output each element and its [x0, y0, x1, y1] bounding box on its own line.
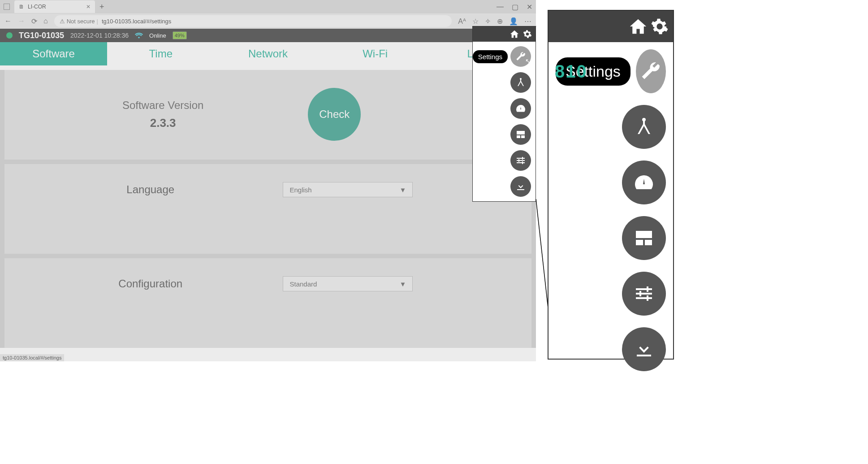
browser-tab[interactable]: 🗎 LI-COR ✕ — [14, 0, 95, 13]
home-browser-icon[interactable]: ⌂ — [43, 17, 48, 25]
settings-tabs: Software Time Network Wi-Fi LI-810 — [0, 42, 536, 65]
profile-icon[interactable]: 👤 — [509, 17, 518, 26]
minimize-icon[interactable]: — — [497, 3, 504, 11]
forward-icon[interactable]: → — [18, 17, 25, 25]
online-status: Online — [149, 32, 166, 39]
download-icon[interactable] — [622, 327, 666, 371]
configuration-value: Standard — [289, 280, 317, 288]
wrench-icon[interactable]: ↖ — [510, 46, 531, 67]
maximize-icon[interactable]: ▢ — [512, 3, 518, 11]
browser-chrome: 🗎 LI-COR ✕ + — ▢ ✕ ← → ⟳ ⌂ ⚠ Not secure … — [0, 0, 536, 29]
layout-icon[interactable] — [622, 216, 666, 260]
gauge-icon[interactable] — [622, 160, 666, 204]
layout-icon[interactable] — [510, 124, 531, 145]
tab-software[interactable]: Software — [0, 42, 107, 65]
language-value: English — [289, 186, 311, 194]
favorite-icon[interactable]: ☆ — [472, 17, 479, 26]
configuration-card: Configuration Standard ▼ — [4, 258, 531, 348]
software-version-value: 2.3.3 — [18, 116, 308, 130]
home-icon[interactable] — [628, 17, 648, 35]
device-id: TG10-01035 — [19, 31, 64, 40]
gear-icon[interactable] — [651, 17, 669, 35]
compass-icon[interactable] — [510, 72, 531, 93]
settings-content: Software Version 2.3.3 Check Language En… — [0, 70, 536, 348]
tab-wifi[interactable]: Wi-Fi — [322, 42, 429, 65]
warning-icon: ⚠ — [60, 18, 65, 25]
language-label: Language — [18, 183, 283, 196]
extensions-icon[interactable]: ⊕ — [497, 17, 503, 26]
page-icon: 🗎 — [19, 4, 24, 10]
status-dot-icon — [6, 32, 13, 39]
language-select[interactable]: English ▼ — [283, 182, 413, 197]
software-card: Software Version 2.3.3 Check — [4, 70, 531, 160]
chevron-down-icon: ▼ — [400, 280, 406, 288]
browser-tab-bar: 🗎 LI-COR ✕ + — ▢ ✕ — [0, 0, 536, 13]
security-badge: ⚠ Not secure | — [60, 18, 98, 25]
tab-multi-icon[interactable] — [4, 4, 10, 10]
battery-badge: 49% — [173, 31, 187, 39]
browser-addr-bar: ← → ⟳ ⌂ ⚠ Not secure | tg10-01035.local/… — [0, 13, 536, 29]
back-icon[interactable]: ← — [4, 17, 12, 25]
software-version-label: Software Version — [18, 99, 308, 112]
chevron-down-icon: ▼ — [400, 186, 406, 194]
sliders-icon[interactable] — [622, 272, 666, 316]
app-header: TG10-01035 2022-12-01 10:28:36 Online 49… — [0, 29, 536, 42]
browser-status-bar: tg10-01035.local/#/settings — [0, 354, 64, 361]
download-icon[interactable] — [510, 176, 531, 197]
tab-title: LI-COR — [28, 4, 46, 10]
sliders-icon[interactable] — [510, 150, 531, 171]
language-card: Language English ▼ — [4, 164, 531, 254]
compass-icon[interactable] — [622, 105, 666, 149]
configuration-select[interactable]: Standard ▼ — [283, 276, 413, 291]
zoom-callout: 810 Settings — [548, 10, 674, 360]
tab-time[interactable]: Time — [107, 42, 214, 65]
settings-popup: Settings ↖ — [472, 26, 536, 202]
tab-network[interactable]: Network — [214, 42, 321, 65]
gauge-icon[interactable] — [510, 98, 531, 119]
refresh-icon[interactable]: ⟳ — [31, 17, 37, 26]
timestamp: 2022-12-01 10:28:36 — [70, 32, 129, 39]
menu-icon[interactable]: ⋯ — [524, 17, 531, 26]
url-text: tg10-01035.local/#/settings — [102, 18, 171, 25]
new-tab-button[interactable]: + — [99, 2, 104, 12]
wrench-icon[interactable] — [636, 49, 666, 93]
check-button[interactable]: Check — [308, 88, 361, 141]
configuration-label: Configuration — [18, 278, 283, 290]
close-window-icon[interactable]: ✕ — [527, 3, 532, 11]
settings-tooltip: Settings — [473, 50, 508, 63]
zoom-partial-tab: 810 — [555, 61, 587, 82]
not-secure-label: Not secure — [67, 18, 95, 25]
close-icon[interactable]: ✕ — [86, 4, 91, 10]
home-icon[interactable] — [510, 30, 519, 39]
text-size-icon[interactable]: Aᴬ — [458, 17, 466, 26]
wifi-icon — [135, 32, 143, 39]
address-field[interactable]: ⚠ Not secure | tg10-01035.local/#/settin… — [54, 15, 452, 27]
gear-icon[interactable] — [523, 30, 532, 39]
collections-icon[interactable]: ✧ — [485, 17, 491, 26]
